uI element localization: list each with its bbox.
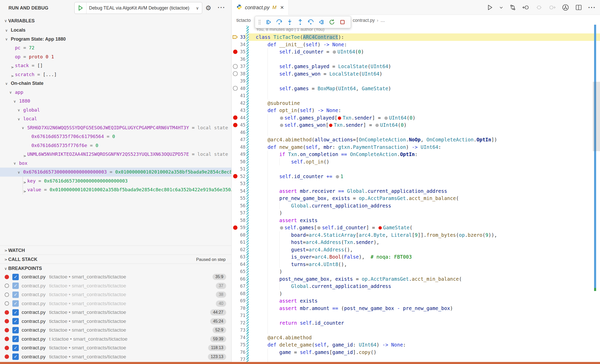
- breakpoint-icon[interactable]: [232, 114, 239, 122]
- breakpoint-icon[interactable]: [232, 48, 239, 56]
- breakpoint-row[interactable]: ✓contract.pytictactoe • smart_contracts/…: [0, 272, 231, 281]
- variable-row[interactable]: ∨key = 0x67616d6573000000000000000003: [0, 177, 231, 186]
- breakpoint-gutter[interactable]: [232, 41, 239, 48]
- chevron-down-icon[interactable]: ∨: [9, 88, 15, 97]
- breakpoint-unverified-icon[interactable]: [232, 63, 239, 70]
- breakpoint-gutter[interactable]: [232, 143, 239, 151]
- variable-row[interactable]: ∨On-chain State: [0, 79, 231, 88]
- inline-breakpoint-icon[interactable]: [338, 116, 341, 120]
- run-dropdown-chevron-icon[interactable]: [499, 5, 503, 10]
- variable-row[interactable]: ∨stack = []: [0, 61, 231, 70]
- code-line[interactable]: 62 guest=arc4.Address(),: [232, 246, 600, 253]
- inline-breakpoint-candidate-icon[interactable]: [375, 124, 379, 127]
- code-line[interactable]: 48 def new_game(self, mbr: gtxn.PaymentT…: [232, 143, 600, 151]
- chevron-down-icon[interactable]: ∨: [22, 123, 27, 132]
- breakpoint-gutter[interactable]: [232, 99, 239, 107]
- breakpoint-checkbox[interactable]: ✓: [12, 300, 19, 307]
- code-line[interactable]: 33class TicTacToe(ARC4Contract):: [232, 33, 600, 41]
- breakpoint-checkbox[interactable]: ✓: [12, 336, 19, 342]
- chevron-down-icon[interactable]: ∨: [13, 97, 19, 106]
- inline-breakpoint-icon[interactable]: [378, 226, 382, 230]
- code-line[interactable]: 44 self.games_played[Txn.sender] = UInt6…: [232, 114, 600, 122]
- inline-breakpoint-candidate-icon[interactable]: [333, 50, 336, 54]
- code-line[interactable]: 50 self.opt_in(): [232, 158, 600, 166]
- code-line[interactable]: 52 self.id_counter += 1: [232, 173, 600, 180]
- code-line[interactable]: 49 if Txn.on_completion == OnCompleteAct…: [232, 151, 600, 158]
- breakpoint-unverified-icon[interactable]: [232, 85, 239, 92]
- breakpoint-checkbox[interactable]: ✓: [12, 318, 19, 324]
- call-stack-section-header[interactable]: ∨ CALL STACK Paused on step: [0, 254, 231, 264]
- gear-icon[interactable]: ⚙: [205, 0, 211, 16]
- breakpoint-row[interactable]: ✓contract.pytictactoe • smart_contracts/…: [0, 326, 231, 335]
- previous-change-icon[interactable]: [522, 4, 530, 11]
- breakpoint-gutter[interactable]: [232, 268, 239, 275]
- step-into-button[interactable]: [286, 18, 293, 26]
- breakpoint-checkbox[interactable]: ✓: [12, 274, 19, 280]
- code-line[interactable]: 65 ): [232, 268, 600, 275]
- variable-row[interactable]: ∨0x67616d65735f706c61796564 = 0: [0, 132, 231, 141]
- code-line[interactable]: 42 @subroutine: [232, 99, 600, 107]
- chevron-down-icon[interactable]: ∨: [17, 115, 23, 123]
- breakpoint-checkbox[interactable]: ✓: [12, 353, 19, 360]
- variable-row[interactable]: ∨value = 0x010000000102010002a358bf5bada…: [0, 185, 231, 194]
- breadcrumb-left-fragment[interactable]: tictacto: [236, 15, 251, 26]
- breakpoints-section-header[interactable]: ∨ BREAKPOINTS: [0, 263, 231, 273]
- current-change-icon[interactable]: [536, 4, 542, 11]
- code-line[interactable]: 68 ): [232, 290, 600, 297]
- code-line[interactable]: 43 def opt_in(self) -> None:: [232, 107, 600, 114]
- code-line[interactable]: 54 assert mbr.receiver == Global.current…: [232, 187, 600, 195]
- breakpoint-gutter[interactable]: [232, 253, 239, 261]
- breakpoint-gutter[interactable]: [232, 77, 239, 85]
- run-python-file-button[interactable]: [487, 4, 493, 11]
- code-line[interactable]: 75 def delete_game(self, game_id: UInt64…: [232, 341, 600, 349]
- breakpoint-checkbox[interactable]: ✓: [12, 292, 19, 298]
- code-line[interactable]: 56 Global.current_application_address: [232, 202, 600, 210]
- inline-breakpoint-candidate-icon[interactable]: [280, 116, 283, 120]
- breakpoint-row[interactable]: ✓contract.pytictactoe • smart_contracts/…: [0, 343, 231, 352]
- breakpoint-gutter[interactable]: [232, 334, 239, 341]
- continue-button[interactable]: [265, 18, 272, 26]
- breakpoint-gutter[interactable]: [232, 56, 239, 63]
- breakpoint-gutter[interactable]: [232, 209, 239, 217]
- variable-row[interactable]: ∨Program State: App 1880: [0, 35, 231, 44]
- breakpoint-gutter[interactable]: [232, 305, 239, 312]
- debug-configuration-dropdown[interactable]: Debug TEAL via AlgoKit AVM Debugger (tic…: [74, 2, 202, 14]
- stop-button[interactable]: [339, 18, 346, 26]
- chevron-down-icon[interactable]: ∨: [17, 168, 23, 177]
- breakpoint-icon[interactable]: [232, 173, 239, 180]
- breakpoint-gutter[interactable]: [232, 158, 239, 166]
- variable-row[interactable]: ∨SRH6D7XU2N6WQQ5SSYDQFG5ESO6JWEQIDPGLUGY…: [0, 123, 231, 132]
- breadcrumb-file[interactable]: contract.py›…: [353, 15, 385, 26]
- chevron-down-icon[interactable]: ∨: [5, 35, 11, 43]
- next-change-icon[interactable]: [549, 4, 556, 11]
- inline-breakpoint-candidate-icon[interactable]: [317, 226, 321, 230]
- breakpoint-gutter[interactable]: [232, 187, 239, 195]
- chevron-down-icon[interactable]: ∨: [17, 106, 23, 114]
- breakpoint-row[interactable]: ✓contract.pytictactoe • smart_contracts/…: [0, 299, 231, 308]
- code-line[interactable]: 67 Global.current_application_address: [232, 283, 600, 290]
- breakpoint-gutter[interactable]: [232, 312, 239, 319]
- breakpoint-gutter[interactable]: [232, 217, 239, 224]
- code-line[interactable]: 55 pre_new_game_box, exists = op.AcctPar…: [232, 195, 600, 202]
- code-line[interactable]: 63 is_over=arc4.Bool(False), # noqa: FBT…: [232, 253, 600, 261]
- variable-row[interactable]: ∨0x67616d6573000000000000000003 = 0x0100…: [0, 168, 231, 177]
- variable-row[interactable]: ∨box: [0, 159, 231, 168]
- breakpoint-gutter[interactable]: [232, 195, 239, 202]
- more-actions-icon[interactable]: ···: [588, 4, 596, 11]
- breakpoint-row[interactable]: ✓contract.pytictactoe • smart_contracts/…: [0, 281, 231, 290]
- breakpoint-gutter[interactable]: [232, 297, 239, 305]
- breakpoint-gutter[interactable]: [232, 180, 239, 187]
- variable-row[interactable]: ∨1880: [0, 97, 231, 106]
- variable-row[interactable]: ∨global: [0, 106, 231, 115]
- step-back-button[interactable]: [307, 18, 314, 26]
- breakpoint-row[interactable]: ✓contract.pytictactoe • smart_contracts/…: [0, 290, 231, 299]
- breakpoint-gutter[interactable]: [232, 326, 239, 334]
- chevron-right-icon[interactable]: ∨: [20, 152, 29, 157]
- breakpoint-row[interactable]: ✓contract.pytictactoe • smart_contracts/…: [0, 308, 231, 317]
- code-line[interactable]: 51: [232, 165, 600, 173]
- breakpoint-checkbox[interactable]: ✓: [12, 283, 19, 289]
- code-line[interactable]: 60 board=arc4.StaticArray[arc4.Byte, Lit…: [232, 231, 600, 239]
- breakpoint-gutter[interactable]: [232, 349, 239, 356]
- code-line[interactable]: 35 self.id_counter = UInt64(0): [232, 48, 600, 56]
- code-line[interactable]: 41: [232, 92, 600, 99]
